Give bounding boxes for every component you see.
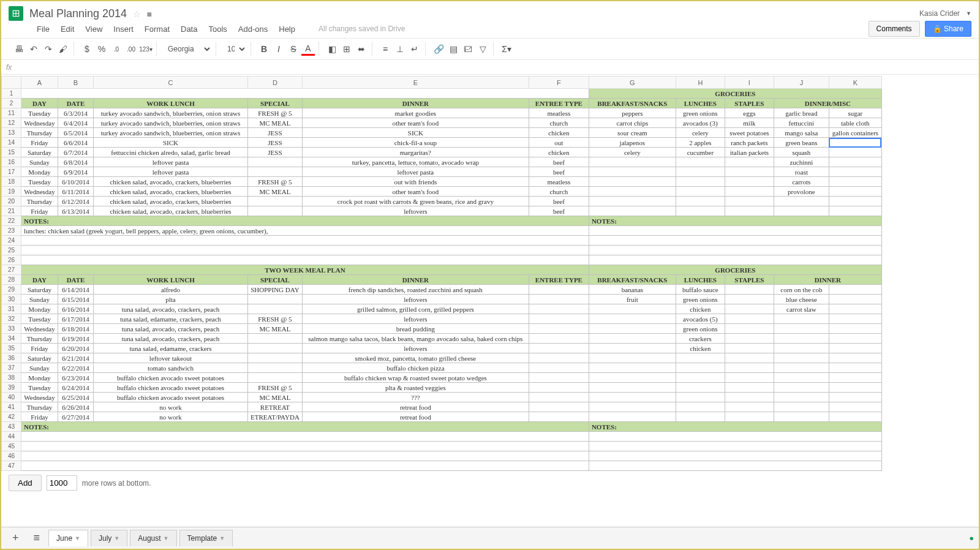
select-all-corner[interactable] xyxy=(2,77,21,89)
cell[interactable]: smoked moz, pancetta, tomato grilled che… xyxy=(302,353,529,363)
cell[interactable] xyxy=(829,285,881,295)
row-header[interactable]: 32 xyxy=(2,314,21,324)
cell[interactable]: sweet potatoes xyxy=(725,128,774,138)
cell[interactable] xyxy=(829,167,881,177)
cell[interactable]: turkey avocado sandwich, blueberries, on… xyxy=(94,128,248,138)
cell[interactable]: gallon containers xyxy=(829,128,881,138)
row-header[interactable]: 13 xyxy=(2,128,21,138)
cell[interactable]: 6/11/2014 xyxy=(58,187,94,197)
row-header[interactable]: 34 xyxy=(2,334,21,344)
more-formats-icon[interactable]: 123▾ xyxy=(139,42,153,56)
cell[interactable] xyxy=(725,206,774,216)
cell[interactable]: leftovers xyxy=(302,206,529,216)
cell[interactable]: french dip sandiches, roasted zucchini a… xyxy=(302,285,529,295)
sheet-tab-august[interactable]: August ▼ xyxy=(130,530,176,546)
cell[interactable]: RETREAT xyxy=(248,402,303,412)
filter-icon[interactable]: ▽ xyxy=(476,42,489,56)
cell[interactable]: grilled salmon, grilled corn, grilled pe… xyxy=(302,304,529,314)
row-header[interactable]: 22 xyxy=(2,216,21,226)
cell[interactable]: 6/26/2014 xyxy=(58,402,94,412)
cell[interactable]: 6/22/2014 xyxy=(58,363,94,373)
cell[interactable]: BREAKFAST/SNACKS xyxy=(589,275,676,285)
cell[interactable]: JESS xyxy=(248,128,303,138)
cell[interactable] xyxy=(829,334,881,344)
cell[interactable]: plta & roasted veggies xyxy=(302,383,529,393)
cell[interactable] xyxy=(829,187,881,197)
add-button[interactable]: Add xyxy=(9,475,42,491)
row-header[interactable]: 19 xyxy=(2,187,21,197)
cell[interactable]: leftover pasta xyxy=(94,167,248,177)
cell[interactable]: ETREAT/PAYDA xyxy=(248,412,303,422)
cell[interactable]: green onions xyxy=(676,324,725,334)
cell[interactable] xyxy=(676,353,725,363)
cell[interactable] xyxy=(725,412,774,422)
cell[interactable] xyxy=(21,236,589,246)
cell[interactable]: Monday xyxy=(21,304,58,314)
cell[interactable] xyxy=(725,167,774,177)
cell[interactable] xyxy=(21,89,589,99)
cell[interactable]: other team's food xyxy=(302,187,529,197)
row-header[interactable]: 27 xyxy=(2,265,21,275)
cell[interactable] xyxy=(774,197,829,206)
cell[interactable]: 6/10/2014 xyxy=(58,177,94,187)
groceries-header[interactable]: GROCERIES xyxy=(589,89,881,99)
cell[interactable]: table cloth xyxy=(829,118,881,128)
cell[interactable] xyxy=(725,344,774,353)
cell[interactable]: Wednesday xyxy=(21,393,58,402)
cell[interactable] xyxy=(725,285,774,295)
cell[interactable]: no work xyxy=(94,412,248,422)
cell[interactable]: Friday xyxy=(21,138,58,148)
chart-icon[interactable]: 🗠 xyxy=(461,42,475,56)
cell[interactable] xyxy=(829,157,881,167)
row-header[interactable]: 29 xyxy=(2,285,21,295)
decimal-increase-icon[interactable]: .00 xyxy=(124,42,138,56)
cell[interactable] xyxy=(774,353,829,363)
cell[interactable]: eggs xyxy=(725,108,774,118)
cell[interactable]: green beans xyxy=(774,138,829,148)
cell[interactable] xyxy=(529,402,589,412)
groceries-header[interactable]: GROCERIES xyxy=(589,265,881,275)
cell[interactable] xyxy=(589,314,676,324)
cell[interactable]: jalapenos xyxy=(589,138,676,148)
menu-view[interactable]: View xyxy=(85,24,102,34)
cell[interactable]: bread pudding xyxy=(302,324,529,334)
cell[interactable]: SPECIAL xyxy=(248,275,303,285)
cell[interactable]: tuna salad, edamame, crackers, peach xyxy=(94,314,248,324)
spreadsheet-grid[interactable]: ABCDEFGHIJK 1GROCERIES2DAYDATEWORK LUNCH… xyxy=(1,76,979,519)
cell[interactable]: SICK xyxy=(302,128,529,138)
cell[interactable] xyxy=(676,167,725,177)
cell[interactable]: DATE xyxy=(58,99,94,108)
cell[interactable] xyxy=(589,393,676,402)
cell[interactable]: SICK xyxy=(94,138,248,148)
share-button[interactable]: 🔒 Share xyxy=(925,21,971,37)
cell[interactable] xyxy=(774,314,829,324)
col-header[interactable]: J xyxy=(774,77,829,89)
cell[interactable] xyxy=(529,383,589,393)
cell[interactable]: beef xyxy=(529,167,589,177)
cell[interactable]: carrot chips xyxy=(589,118,676,128)
cell[interactable]: ENTREE TYPE xyxy=(529,99,589,108)
cell[interactable]: DINNER xyxy=(774,275,881,285)
cell[interactable]: retreat food xyxy=(302,402,529,412)
cell[interactable]: leftovers xyxy=(302,344,529,353)
cell[interactable]: 6/3/2014 xyxy=(58,108,94,118)
cell[interactable] xyxy=(529,285,589,295)
cell[interactable] xyxy=(589,197,676,206)
cell[interactable]: 6/24/2014 xyxy=(58,383,94,393)
cell[interactable]: buffalo chicken wrap & roasted sweet pot… xyxy=(302,373,529,383)
cell[interactable] xyxy=(774,402,829,412)
cell[interactable] xyxy=(725,393,774,402)
cell[interactable]: Friday xyxy=(21,206,58,216)
cell[interactable]: tomato sandwich xyxy=(94,363,248,373)
cell[interactable]: green onions xyxy=(676,108,725,118)
cell[interactable]: sour cream xyxy=(589,128,676,138)
cell[interactable] xyxy=(829,177,881,187)
cell[interactable] xyxy=(725,363,774,373)
cell[interactable]: Wednesday xyxy=(21,118,58,128)
cell[interactable] xyxy=(589,432,881,442)
cell[interactable] xyxy=(725,373,774,383)
row-header[interactable]: 2 xyxy=(2,99,21,108)
cell[interactable]: out with friends xyxy=(302,177,529,187)
cell[interactable]: STAPLES xyxy=(725,99,774,108)
cell[interactable] xyxy=(589,344,676,353)
